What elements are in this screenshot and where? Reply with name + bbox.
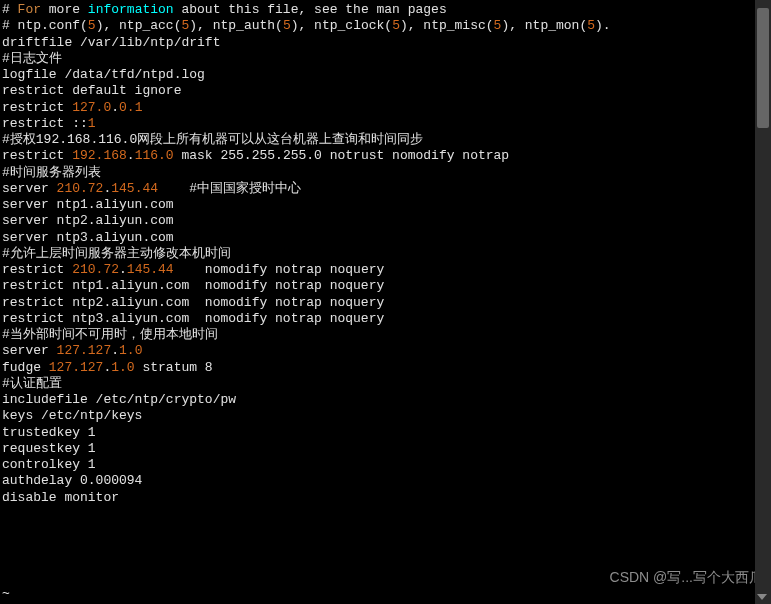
text-segment: server [2, 181, 57, 196]
text-segment: ), ntp_mon( [501, 18, 587, 33]
text-segment: #时间服务器列表 [2, 165, 101, 180]
terminal-line: fudge 127.127.1.0 stratum 8 [2, 360, 769, 376]
terminal-line: server 127.127.1.0 [2, 343, 769, 359]
text-segment: 116.0 [135, 148, 174, 163]
text-segment: about this file, see the man pages [174, 2, 447, 17]
text-segment: 127.0 [72, 100, 111, 115]
terminal-line: restrict 192.168.116.0 mask 255.255.255.… [2, 148, 769, 164]
text-segment: 255.255 [220, 148, 275, 163]
text-segment: 145.44 [127, 262, 174, 277]
text-segment: server ntp2.aliyun.com [2, 213, 174, 228]
text-segment: restrict :: [2, 116, 88, 131]
text-segment: 127.127 [57, 343, 112, 358]
text-segment: 5 [587, 18, 595, 33]
terminal-line: #允许上层时间服务器主动修改本机时间 [2, 246, 769, 262]
text-segment: . [275, 148, 283, 163]
text-segment: restrict ntp2.aliyun.com nomodify notrap… [2, 295, 384, 310]
scrollbar-track[interactable] [755, 0, 771, 604]
terminal-line: # For more information about this file, … [2, 2, 769, 18]
text-segment: 1.0 [111, 360, 134, 375]
text-segment: . [119, 262, 127, 277]
text-segment: driftfile /var/lib/ntp/drift [2, 35, 220, 50]
terminal-line: server ntp1.aliyun.com [2, 197, 769, 213]
terminal-line: requestkey 1 [2, 441, 769, 457]
text-segment: disable monitor [2, 490, 119, 505]
text-segment: ), ntp_clock( [291, 18, 392, 33]
terminal-line: disable monitor [2, 490, 769, 506]
text-segment: authdelay [2, 473, 80, 488]
text-segment: 5 [283, 18, 291, 33]
terminal-line: #认证配置 [2, 376, 769, 392]
terminal-line: server ntp3.aliyun.com [2, 230, 769, 246]
text-segment: 1 [88, 441, 96, 456]
terminal-line: restrict ::1 [2, 116, 769, 132]
text-segment: notrust nomodify notrap [322, 148, 509, 163]
text-segment: #中国国家授时中心 [158, 181, 301, 196]
text-segment: information [88, 2, 174, 17]
terminal-line: restrict 127.0.0.1 [2, 100, 769, 116]
text-segment: 210.72 [72, 262, 119, 277]
text-segment: 1 [88, 457, 96, 472]
text-segment: 1 [88, 425, 96, 440]
terminal-line: # ntp.conf(5), ntp_acc(5), ntp_auth(5), … [2, 18, 769, 34]
text-segment: 145.44 [111, 181, 158, 196]
text-segment: 210.72 [57, 181, 104, 196]
text-segment: 5 [88, 18, 96, 33]
text-segment: 1 [88, 116, 96, 131]
text-segment: ), ntp_auth( [189, 18, 283, 33]
text-segment: #允许上层时间服务器主动修改本机时间 [2, 246, 231, 261]
text-segment: keys /etc/ntp/keys [2, 408, 142, 423]
text-segment: For [18, 2, 41, 17]
text-segment: 127.127 [49, 360, 104, 375]
text-segment: . [111, 100, 119, 115]
text-segment: 1.0 [119, 343, 142, 358]
text-segment: restrict [2, 148, 72, 163]
terminal-line: server 210.72.145.44 #中国国家授时中心 [2, 181, 769, 197]
text-segment: stratum [135, 360, 205, 375]
text-segment: server ntp1.aliyun.com [2, 197, 174, 212]
text-segment: 192.168 [72, 148, 127, 163]
text-segment: ), ntp_misc( [400, 18, 494, 33]
text-segment: mask [174, 148, 221, 163]
text-segment: requestkey [2, 441, 88, 456]
terminal-line: restrict ntp1.aliyun.com nomodify notrap… [2, 278, 769, 294]
text-segment: nomodify notrap noquery [174, 262, 385, 277]
terminal-line: restrict 210.72.145.44 nomodify notrap n… [2, 262, 769, 278]
text-segment: . [111, 343, 119, 358]
text-segment: logfile /data/tfd/ntpd.log [2, 67, 205, 82]
text-segment: fudge [2, 360, 49, 375]
text-segment: server ntp3.aliyun.com [2, 230, 174, 245]
text-segment: # [2, 2, 18, 17]
terminal-line: logfile /data/tfd/ntpd.log [2, 67, 769, 83]
terminal-line: trustedkey 1 [2, 425, 769, 441]
text-segment: includefile /etc/ntp/crypto/pw [2, 392, 236, 407]
text-segment: restrict default ignore [2, 83, 181, 98]
watermark-text: CSDN @写...写个大西瓜 [610, 569, 763, 587]
text-segment: ). [595, 18, 611, 33]
text-segment: # ntp.conf( [2, 18, 88, 33]
terminal-line: restrict default ignore [2, 83, 769, 99]
terminal-line: controlkey 1 [2, 457, 769, 473]
text-segment: 8 [205, 360, 213, 375]
text-segment: 0.000094 [80, 473, 142, 488]
text-segment: restrict [2, 100, 72, 115]
terminal-line: keys /etc/ntp/keys [2, 408, 769, 424]
terminal-output: # For more information about this file, … [2, 2, 769, 506]
text-segment: #当外部时间不可用时，使用本地时间 [2, 327, 218, 342]
terminal-line: restrict ntp2.aliyun.com nomodify notrap… [2, 295, 769, 311]
terminal-line: #时间服务器列表 [2, 165, 769, 181]
terminal-line: restrict ntp3.aliyun.com nomodify notrap… [2, 311, 769, 327]
text-segment: . [127, 148, 135, 163]
scrollbar-thumb[interactable] [757, 8, 769, 128]
text-segment: 5 [392, 18, 400, 33]
text-segment: trustedkey [2, 425, 88, 440]
terminal-line: #日志文件 [2, 51, 769, 67]
scroll-down-arrow-icon[interactable] [757, 594, 767, 600]
terminal-line: driftfile /var/lib/ntp/drift [2, 35, 769, 51]
text-segment: more [41, 2, 88, 17]
terminal-line: #当外部时间不可用时，使用本地时间 [2, 327, 769, 343]
text-segment: ), ntp_acc( [96, 18, 182, 33]
terminal-cursor: ~ [2, 586, 10, 602]
text-segment: #授权192.168.116.0网段上所有机器可以从这台机器上查询和时间同步 [2, 132, 423, 147]
text-segment: #认证配置 [2, 376, 62, 391]
